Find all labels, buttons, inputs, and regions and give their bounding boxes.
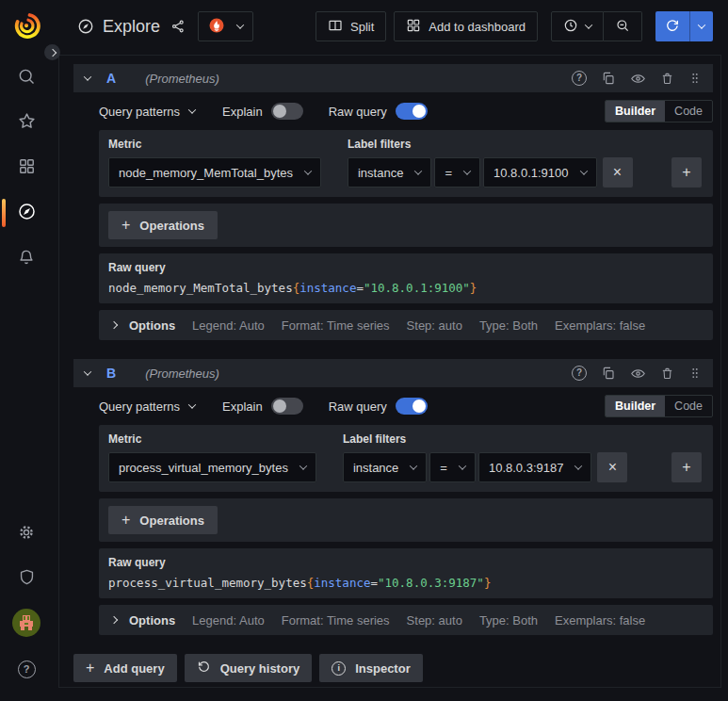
code-tab[interactable]: Code bbox=[665, 101, 712, 122]
remove-query-trash-icon[interactable] bbox=[660, 72, 674, 86]
grafana-logo-icon[interactable] bbox=[12, 11, 40, 40]
disable-query-eye-icon[interactable] bbox=[630, 366, 646, 382]
query-history-label: Query history bbox=[220, 661, 300, 676]
options-collapse-row[interactable]: Options Legend: Auto Format: Time series… bbox=[99, 310, 713, 340]
builder-tab[interactable]: Builder bbox=[606, 101, 665, 122]
raw-query-label: Raw query bbox=[329, 105, 387, 119]
user-avatar bbox=[12, 609, 40, 640]
chevron-down-icon bbox=[698, 21, 705, 28]
sidebar-item-profile[interactable] bbox=[0, 601, 53, 646]
drag-handle-icon[interactable] bbox=[688, 71, 702, 86]
sidebar-item-alerting[interactable] bbox=[0, 236, 53, 281]
label-filters-field: Label filters instance = bbox=[343, 432, 704, 482]
explain-toggle[interactable] bbox=[271, 103, 303, 120]
split-icon bbox=[328, 18, 343, 36]
run-query-interval-dropdown[interactable] bbox=[689, 11, 713, 41]
code-equals: = bbox=[356, 281, 364, 295]
query-patterns-dropdown[interactable]: Query patterns bbox=[99, 105, 195, 119]
query-a-header[interactable]: A (Prometheus) ? bbox=[73, 64, 713, 92]
sidebar-item-help[interactable]: ? bbox=[0, 646, 53, 692]
add-operation-button[interactable]: + Operations bbox=[108, 211, 218, 239]
help-icon[interactable]: ? bbox=[572, 71, 587, 86]
operations-panel: + Operations bbox=[99, 498, 713, 542]
label-filter-row: instance = 10.8.0.1:9100 bbox=[348, 157, 704, 187]
builder-tab[interactable]: Builder bbox=[606, 396, 665, 416]
help-icon: ? bbox=[18, 660, 36, 678]
label-value-select[interactable]: 10.8.0.1:9100 bbox=[483, 157, 597, 187]
run-query-refresh-button[interactable] bbox=[655, 11, 689, 41]
options-label: Options bbox=[129, 613, 175, 628]
drag-handle-icon[interactable] bbox=[688, 366, 702, 381]
code-label-name: instance bbox=[314, 576, 370, 590]
raw-query-toggle[interactable] bbox=[396, 398, 428, 415]
label-name-value: instance bbox=[358, 166, 403, 180]
label-operator-select[interactable]: = bbox=[429, 452, 476, 482]
duplicate-query-icon[interactable] bbox=[601, 366, 616, 381]
query-header-actions: ? bbox=[572, 71, 702, 87]
add-filter-button[interactable]: + bbox=[671, 452, 702, 482]
query-patterns-dropdown[interactable]: Query patterns bbox=[99, 399, 195, 414]
time-zoom-out-button[interactable] bbox=[604, 11, 642, 41]
label-value-select[interactable]: 10.8.0.3:9187 bbox=[478, 452, 592, 482]
label-value: 10.8.0.3:9187 bbox=[489, 461, 564, 475]
sidebar-expand-button[interactable] bbox=[44, 44, 60, 60]
inspector-button[interactable]: i Inspector bbox=[319, 654, 423, 682]
sidebar-item-dashboards[interactable] bbox=[0, 145, 53, 190]
explain-label: Explain bbox=[222, 105, 263, 119]
remove-filter-button[interactable]: × bbox=[603, 157, 633, 187]
label-filters-label: Label filters bbox=[348, 138, 704, 151]
sidebar-item-starred[interactable] bbox=[0, 100, 53, 145]
metric-filters-panel: Metric node_memory_MemTotal_bytes Label … bbox=[99, 130, 713, 197]
plus-icon: + bbox=[121, 218, 130, 233]
option-exemplars: Exemplars: false bbox=[555, 318, 645, 333]
page-title: Explore bbox=[103, 17, 160, 37]
disable-query-eye-icon[interactable] bbox=[630, 71, 646, 87]
metric-select[interactable]: node_memory_MemTotal_bytes bbox=[108, 157, 321, 187]
add-operation-button[interactable]: + Operations bbox=[108, 506, 218, 534]
shield-icon bbox=[18, 568, 36, 589]
metric-field-label: Metric bbox=[108, 432, 316, 446]
explore-toolbar: Explore Split Add to dashboard bbox=[53, 0, 728, 53]
explore-pane: A (Prometheus) ? Query patterns bbox=[58, 55, 721, 688]
chevron-down-icon bbox=[574, 462, 582, 469]
raw-query-panel: Raw query node_memory_MemTotal_bytes{ins… bbox=[99, 253, 713, 303]
label-filter-row: instance = 10.8.0.3:9187 bbox=[343, 452, 704, 482]
code-label-value: "10.8.0.3:9187" bbox=[378, 576, 484, 590]
raw-query-expression: node_memory_MemTotal_bytes{instance="10.… bbox=[108, 281, 704, 295]
bell-icon bbox=[17, 248, 36, 269]
query-b-header[interactable]: B (Prometheus) ? bbox=[73, 359, 713, 387]
query-patterns-label: Query patterns bbox=[99, 105, 180, 119]
sidebar-item-explore[interactable] bbox=[0, 190, 53, 236]
add-to-dashboard-button[interactable]: Add to dashboard bbox=[394, 11, 538, 41]
add-query-button[interactable]: + Add query bbox=[73, 654, 177, 682]
sidebar-item-search[interactable] bbox=[0, 55, 53, 100]
datasource-picker[interactable] bbox=[198, 11, 253, 41]
label-name-select[interactable]: instance bbox=[343, 452, 427, 482]
share-shortlink-button[interactable] bbox=[170, 19, 186, 34]
time-range-picker[interactable] bbox=[551, 11, 604, 41]
chevron-down-icon bbox=[299, 462, 307, 469]
label-name-select[interactable]: instance bbox=[348, 157, 431, 187]
label-operator-value: = bbox=[445, 166, 452, 180]
duplicate-query-icon[interactable] bbox=[601, 71, 616, 86]
sidebar-item-configuration[interactable] bbox=[0, 511, 53, 556]
raw-query-expression: process_virtual_memory_bytes{instance="1… bbox=[108, 576, 704, 590]
query-a-body: Query patterns Explain Raw query Builder… bbox=[73, 92, 713, 340]
query-history-button[interactable]: Query history bbox=[185, 654, 313, 682]
split-button[interactable]: Split bbox=[315, 11, 386, 41]
remove-query-trash-icon[interactable] bbox=[660, 367, 674, 381]
star-icon bbox=[17, 111, 37, 134]
sidebar-item-server-admin[interactable] bbox=[0, 556, 53, 601]
help-icon[interactable]: ? bbox=[572, 366, 587, 381]
add-filter-button[interactable]: + bbox=[671, 157, 702, 187]
raw-query-toggle[interactable] bbox=[396, 103, 428, 120]
collapse-chevron-icon bbox=[84, 73, 91, 80]
time-controls bbox=[551, 11, 642, 41]
metric-select[interactable]: process_virtual_memory_bytes bbox=[108, 452, 316, 482]
remove-filter-button[interactable]: × bbox=[597, 452, 627, 482]
label-operator-select[interactable]: = bbox=[434, 157, 480, 187]
explain-toggle[interactable] bbox=[271, 398, 303, 415]
chevron-down-icon bbox=[304, 167, 312, 174]
options-collapse-row[interactable]: Options Legend: Auto Format: Time series… bbox=[99, 605, 713, 635]
code-tab[interactable]: Code bbox=[665, 396, 712, 416]
